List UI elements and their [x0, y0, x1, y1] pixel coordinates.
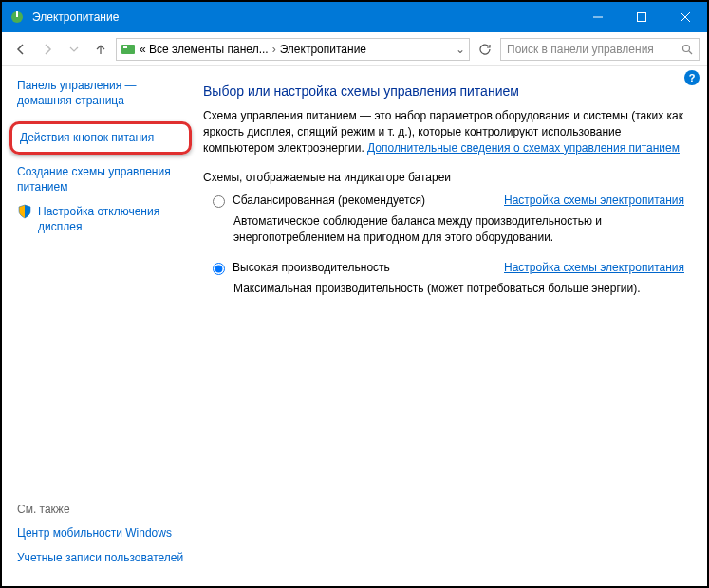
plan-description: Автоматическое соблюдение баланса между …: [233, 213, 684, 246]
breadcrumb-item[interactable]: « Все элементы панел...: [140, 43, 269, 56]
highlight-annotation: Действия кнопок питания: [9, 121, 192, 154]
plan-high-perf-radio[interactable]: [213, 263, 225, 275]
search-icon: [681, 44, 693, 55]
plans-section-label: Схемы, отображаемые на индикаторе батаре…: [203, 171, 684, 184]
up-button[interactable]: [89, 38, 112, 61]
window: Электропитание « Все элементы панел... ›…: [0, 0, 709, 588]
back-button[interactable]: [9, 38, 32, 61]
svg-rect-1: [16, 11, 18, 17]
search-placeholder: Поиск в панели управления: [507, 43, 654, 56]
svg-point-8: [683, 45, 690, 51]
svg-line-9: [689, 51, 692, 54]
breadcrumb-item[interactable]: Электропитание: [280, 43, 366, 56]
sidebar-display-off-link[interactable]: Настройка отключения дисплея: [17, 204, 192, 234]
svg-rect-7: [123, 46, 127, 48]
sidebar-buttons-action-link[interactable]: Действия кнопок питания: [20, 130, 181, 145]
sidebar-home-link[interactable]: Панель управления — домашняя страница: [17, 78, 192, 108]
maximize-button[interactable]: [620, 2, 663, 32]
plan-settings-link[interactable]: Настройка схемы электропитания: [504, 261, 684, 274]
learn-more-link[interactable]: Дополнительные сведения о схемах управле…: [367, 141, 680, 155]
minimize-button[interactable]: [576, 2, 620, 32]
titlebar: Электропитание: [2, 2, 707, 32]
plan-description: Максимальная производительность (может п…: [233, 281, 684, 297]
content-area: Панель управления — домашняя страница Де…: [2, 66, 707, 586]
sidebar-item-label: Настройка отключения дисплея: [38, 204, 192, 234]
window-title: Электропитание: [32, 10, 576, 24]
navbar: « Все элементы панел... › Электропитание…: [2, 32, 707, 66]
power-plan-row: Сбалансированная (рекомендуется) Настрой…: [203, 193, 684, 208]
plan-name: Сбалансированная (рекомендуется): [233, 193, 493, 207]
forward-button[interactable]: [36, 38, 59, 61]
sidebar-create-plan-link[interactable]: Создание схемы управления питанием: [17, 164, 192, 194]
page-description: Схема управления питанием — это набор па…: [203, 108, 684, 156]
plan-name: Высокая производительность: [233, 261, 493, 274]
main-panel: ? Выбор или настройка схемы управления п…: [192, 66, 707, 586]
sidebar-bottom: См. также Центр мобильности Windows Учет…: [17, 503, 192, 575]
help-icon[interactable]: ?: [684, 70, 700, 85]
close-button[interactable]: [663, 2, 707, 32]
chevron-right-icon: ›: [272, 43, 276, 56]
power-plan-row: Высокая производительность Настройка схе…: [203, 261, 684, 275]
shield-icon: [17, 204, 32, 219]
svg-rect-6: [121, 45, 135, 54]
page-heading: Выбор или настройка схемы управления пит…: [203, 83, 684, 99]
search-input[interactable]: Поиск в панели управления: [500, 38, 700, 61]
power-app-icon: [9, 9, 25, 25]
plan-balanced-radio[interactable]: [213, 195, 225, 208]
sidebar-mobility-link[interactable]: Центр мобильности Windows: [17, 525, 192, 541]
refresh-button[interactable]: [474, 38, 496, 61]
svg-rect-3: [638, 13, 646, 22]
see-also-label: См. также: [17, 503, 192, 516]
sidebar: Панель управления — домашняя страница Де…: [2, 66, 192, 586]
chevron-down-icon[interactable]: ⌄: [456, 43, 465, 56]
sidebar-accounts-link[interactable]: Учетные записи пользователей: [17, 550, 192, 565]
breadcrumb[interactable]: « Все элементы панел... › Электропитание…: [116, 38, 470, 61]
recent-dropdown[interactable]: [63, 38, 85, 61]
control-panel-icon: [121, 42, 136, 57]
plan-settings-link[interactable]: Настройка схемы электропитания: [504, 193, 684, 207]
